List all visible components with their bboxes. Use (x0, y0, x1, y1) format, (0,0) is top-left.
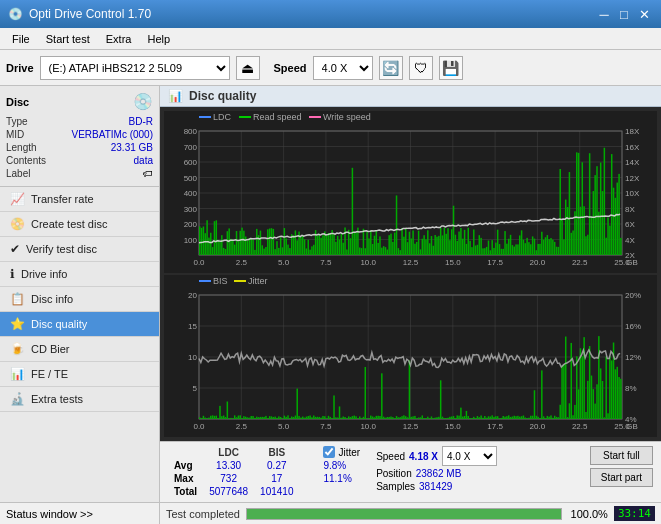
length-value: 23.31 GB (111, 142, 153, 153)
samples-label: Samples (376, 481, 415, 492)
menu-file[interactable]: File (4, 31, 38, 47)
title-bar-left: 💿 Opti Drive Control 1.70 (8, 7, 151, 21)
drive-label: Drive (6, 62, 34, 74)
menu-start-test[interactable]: Start test (38, 31, 98, 47)
status-window-button[interactable]: Status window >> (0, 503, 160, 524)
shield-button[interactable]: 🛡 (409, 56, 433, 80)
drive-select[interactable]: (E:) ATAPI iHBS212 2 5L09 (40, 56, 230, 80)
disc-quality-header: 📊 Disc quality (160, 86, 661, 107)
save-button[interactable]: 💾 (439, 56, 463, 80)
menu-extra[interactable]: Extra (98, 31, 140, 47)
menu-help[interactable]: Help (139, 31, 178, 47)
disc-quality-icon: ⭐ (10, 317, 25, 331)
disc-icon: 💿 (133, 92, 153, 111)
ldc-chart (164, 111, 657, 273)
title-bar-controls: ─ □ ✕ (595, 5, 653, 23)
start-full-button[interactable]: Start full (590, 446, 653, 465)
avg-bis: 0.27 (254, 459, 299, 472)
disc-title: Disc (6, 96, 29, 108)
fe-te-label: FE / TE (31, 368, 68, 380)
status-window-label: Status window >> (6, 508, 93, 520)
sidebar: Disc 💿 Type BD-R MID VERBATIMc (000) Len… (0, 86, 160, 502)
total-bis: 101410 (254, 485, 299, 498)
speed-header-row: Speed 4.18 X 4.0 X (376, 446, 497, 466)
minimize-button[interactable]: ─ (595, 5, 613, 23)
bis-chart (164, 275, 657, 437)
start-part-button[interactable]: Start part (590, 468, 653, 487)
app-icon: 💿 (8, 7, 23, 21)
jitter-checkbox[interactable] (323, 446, 335, 458)
speed-col-label: Speed (376, 451, 405, 462)
max-ldc: 732 (203, 472, 254, 485)
speed-max-select[interactable]: 4.0 X (442, 446, 497, 466)
max-label: Max (168, 472, 203, 485)
jitter-label: Jitter (338, 447, 360, 458)
app-title: Opti Drive Control 1.70 (29, 7, 151, 21)
jitter-avg: 9.8% (323, 460, 346, 471)
progress-bar-fill (247, 509, 561, 519)
ldc-chart-wrapper (164, 111, 657, 273)
speed-select[interactable]: 4.0 X 2.0 X 1.0 X (313, 56, 373, 80)
sidebar-item-transfer-rate[interactable]: 📈 Transfer rate (0, 187, 159, 212)
mid-label: MID (6, 129, 24, 140)
progress-bar (246, 508, 562, 520)
drive-info-icon: ℹ (10, 267, 15, 281)
maximize-button[interactable]: □ (615, 5, 633, 23)
time-display: 33:14 (614, 506, 655, 521)
disc-label-row: Label 🏷 (6, 167, 153, 180)
samples-value: 381429 (419, 481, 452, 492)
contents-value: data (134, 155, 153, 166)
total-label: Total (168, 485, 203, 498)
disc-section: Disc 💿 Type BD-R MID VERBATIMc (000) Len… (0, 86, 159, 187)
disc-type-row: Type BD-R (6, 115, 153, 128)
cd-bier-icon: 🍺 (10, 342, 25, 356)
extra-tests-icon: 🔬 (10, 392, 25, 406)
speed-label: Speed (274, 62, 307, 74)
speed-avg-value: 4.18 X (409, 451, 438, 462)
samples-row: Samples 381429 (376, 481, 497, 492)
sidebar-item-verify-test-disc[interactable]: ✔ Verify test disc (0, 237, 159, 262)
extra-tests-label: Extra tests (31, 393, 83, 405)
type-label: Type (6, 116, 28, 127)
disc-mid-row: MID VERBATIMc (000) (6, 128, 153, 141)
disc-header: Disc 💿 (6, 92, 153, 111)
disc-quality-label: Disc quality (31, 318, 87, 330)
sidebar-item-extra-tests[interactable]: 🔬 Extra tests (0, 387, 159, 412)
stats-table: LDC BIS Avg 13.30 0.27 Max 732 17 (168, 446, 311, 498)
position-label: Position (376, 468, 412, 479)
length-label: Length (6, 142, 37, 153)
stats-avg-row: Avg 13.30 0.27 (168, 459, 311, 472)
sidebar-item-cd-bier[interactable]: 🍺 CD Bier (0, 337, 159, 362)
disc-info-label: Disc info (31, 293, 73, 305)
transfer-rate-icon: 📈 (10, 192, 25, 206)
sidebar-item-fe-te[interactable]: 📊 FE / TE (0, 362, 159, 387)
refresh-button[interactable]: 🔄 (379, 56, 403, 80)
sidebar-item-drive-info[interactable]: ℹ Drive info (0, 262, 159, 287)
stats-total-row: Total 5077648 101410 (168, 485, 311, 498)
close-button[interactable]: ✕ (635, 5, 653, 23)
sidebar-item-disc-quality[interactable]: ⭐ Disc quality (0, 312, 159, 337)
stats-max-row: Max 732 17 (168, 472, 311, 485)
disc-contents-row: Contents data (6, 154, 153, 167)
label-label: Label (6, 168, 30, 179)
sidebar-item-create-test-disc[interactable]: 📀 Create test disc (0, 212, 159, 237)
sidebar-item-disc-info[interactable]: 📋 Disc info (0, 287, 159, 312)
total-ldc: 5077648 (203, 485, 254, 498)
eject-button[interactable]: ⏏ (236, 56, 260, 80)
action-buttons: Start full Start part (590, 446, 653, 487)
title-bar: 💿 Opti Drive Control 1.70 ─ □ ✕ (0, 0, 661, 28)
create-test-disc-icon: 📀 (10, 217, 25, 231)
stats-panel: LDC BIS Avg 13.30 0.27 Max 732 17 (160, 441, 661, 502)
bis-chart-wrapper (164, 275, 657, 437)
dq-header-title: Disc quality (189, 89, 256, 103)
fe-te-icon: 📊 (10, 367, 25, 381)
jitter-avg-row: 9.8% (323, 460, 360, 471)
contents-label: Contents (6, 155, 46, 166)
toolbar: Drive (E:) ATAPI iHBS212 2 5L09 ⏏ Speed … (0, 50, 661, 86)
avg-label: Avg (168, 459, 203, 472)
col-bis: BIS (254, 446, 299, 459)
status-text: Test completed (166, 508, 240, 520)
content-area: 📊 Disc quality LDC BIS (160, 86, 661, 502)
jitter-section: Jitter 9.8% 11.1% (323, 446, 360, 484)
jitter-max-row: 11.1% (323, 473, 360, 484)
